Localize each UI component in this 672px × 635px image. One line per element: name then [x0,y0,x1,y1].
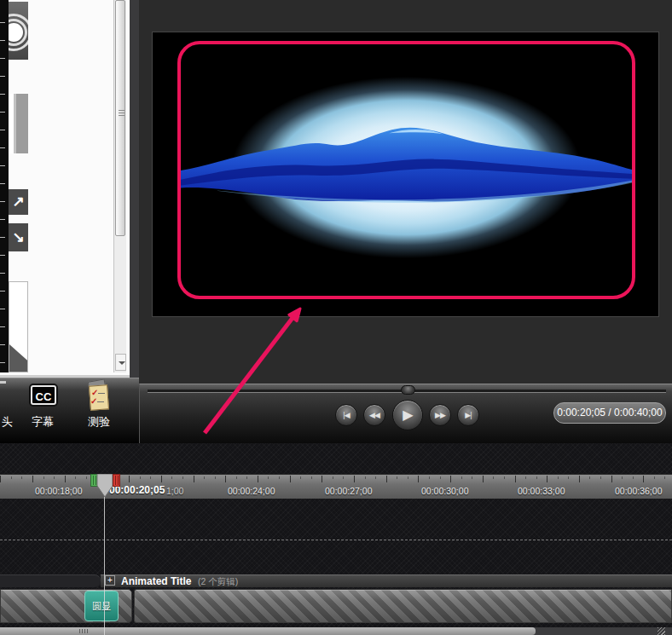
ruler-minor-tick [622,476,623,479]
water-wave-graphic [181,44,632,296]
ruler-tick [0,476,1,482]
ruler-minor-tick [333,476,333,479]
quiz-label[interactable]: 测验 [88,414,110,430]
skip-to-start-button[interactable]: |◀ [335,404,357,426]
ruler-tick [225,476,226,482]
skip-to-end-button[interactable]: ▶| [457,404,479,426]
ruler-minor-tick [440,476,441,479]
timeline-clip[interactable] [134,589,672,623]
ruler-minor-tick [150,476,151,479]
ruler-minor-tick [408,476,408,479]
rectangle-callout-thumbnail[interactable] [9,94,28,153]
ruler-tick [322,476,322,482]
ruler-minor-tick [397,476,397,479]
clipboard-line [98,393,105,394]
media-group-bar-left[interactable] [0,574,101,587]
ruler-tick [643,476,644,482]
ruler-minor-tick [311,476,312,479]
panel-scrollbar[interactable] [113,0,126,372]
arrow-up-right-icon: ↗ [12,193,24,210]
ruler-minor-tick [204,476,205,479]
ruler-tick [611,476,612,482]
ruler-tick [547,476,547,482]
panel-scrollbar-thumb[interactable] [115,0,125,236]
selection-in-marker[interactable] [91,475,98,487]
fast-forward-button[interactable]: ▶▶ [429,404,451,426]
ruler-minor-tick [504,476,505,479]
ruler-minor-tick [525,476,526,479]
arrow-down-right-icon: ↘ [12,229,24,245]
hscrollbar-thumb[interactable] [0,627,536,635]
timeline-horizontal-scrollbar[interactable] [0,627,672,635]
ruler-minor-tick [343,476,344,479]
ruler-minor-tick [140,476,141,479]
cropped-tool-label[interactable]: 头 [2,414,13,430]
ruler-minor-tick [536,476,537,479]
callout-clip[interactable]: 圆显 [84,591,119,621]
playhead-line[interactable] [104,497,105,635]
ruler-tick [418,476,419,482]
selection-out-marker[interactable] [113,475,120,487]
media-group-bar[interactable]: + Animated Title (2 个剪辑) [101,574,672,587]
ruler-minor-tick [21,476,22,479]
ruler-tick [32,476,33,482]
task-toolbar: 头 CC 字幕 ✓ ✓ 测验 [0,378,139,443]
callout-panel: ↗ ↘ [0,0,130,375]
ruler-time-label: 00:00:33;00 [518,486,565,496]
spotlight-callout-thumbnail[interactable] [9,2,28,60]
ruler-minor-tick [654,476,655,479]
ruler-time-label: 1;00 [166,486,183,496]
ruler-tick [258,476,258,482]
ruler-minor-tick [236,476,237,479]
arrow-up-right-callout-thumbnail[interactable]: ↗ [9,189,28,215]
ruler-minor-tick [600,476,601,479]
shape-callout-thumbnail[interactable] [9,281,28,372]
panel-left-edge [0,0,9,372]
cc-captions-icon[interactable]: CC [31,385,56,405]
group-expand-button[interactable]: + [105,575,115,586]
rounded-rect-highlight-callout [177,41,635,299]
playhead[interactable] [89,474,121,499]
panel-splitter[interactable] [130,0,139,378]
resize-grip-icon [658,627,665,635]
arrow-down-right-callout-thumbnail[interactable]: ↘ [9,223,28,251]
rewind-button[interactable]: ◀◀ [363,404,385,426]
ruler-minor-tick [246,476,247,479]
ruler-tick [483,476,484,482]
ruler-minor-tick [182,476,183,479]
play-button[interactable]: ▶ [392,400,423,430]
panel-scrollbar-down-button[interactable] [115,354,126,371]
group-clip-count: (2 个剪辑) [198,576,238,588]
ruler-minor-tick [43,476,44,479]
player-control-bar: |◀◀◀▶▶▶▶| 0:00:20;05 / 0:00:40;00 [139,384,672,443]
group-title: Animated Title [121,575,191,587]
ruler-tick [290,476,291,482]
ruler-minor-tick [472,476,472,479]
time-display: 0:00:20;05 / 0:00:40;00 [553,402,666,424]
ruler-minor-tick [365,476,366,479]
clipboard-line [97,401,104,402]
ruler-tick [65,476,66,482]
timeline: 00:00:18;001;0000:00:24;0000:00:27;0000:… [0,443,672,635]
ruler-time-label: 00:00:36;00 [615,486,662,496]
ruler-tick [354,476,355,482]
ruler-minor-tick [375,476,376,479]
captions-label[interactable]: 字幕 [32,414,54,430]
ruler-minor-tick [633,476,634,479]
triangle-shape [9,344,28,372]
quiz-clipboard-icon[interactable]: ✓ ✓ [87,380,111,411]
ruler-tick [386,476,387,482]
scrollbar-grip [119,110,125,118]
playhead-thumb[interactable] [97,474,113,497]
ruler-minor-tick [461,476,462,479]
seek-slider-thumb[interactable] [401,385,415,395]
ruler-minor-tick [429,476,430,479]
ruler-tick [515,476,516,482]
ruler-minor-tick [54,476,55,479]
ruler-time-label: 00:00:18;00 [35,486,82,496]
ruler-tick [579,476,580,482]
ruler-minor-tick [11,476,12,479]
down-arrow-icon [119,361,125,365]
ruler-tick [161,476,162,482]
ruler-time-label: 00:00:30;00 [421,486,468,496]
